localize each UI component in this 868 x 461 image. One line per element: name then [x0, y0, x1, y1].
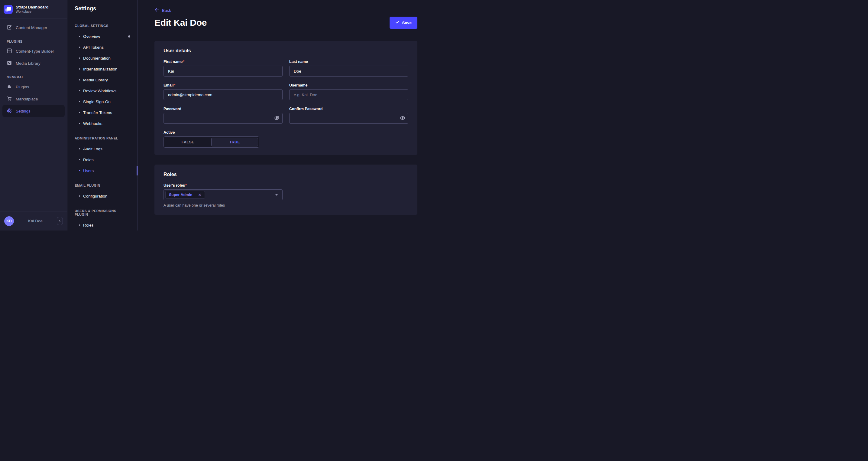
page-header: Edit Kai Doe Save [154, 17, 417, 29]
password-field-group: Password [163, 107, 283, 124]
sidebar-item-media-library[interactable]: Media Library [2, 57, 65, 69]
workspace-name: Workplace [16, 10, 49, 14]
active-toggle-true[interactable]: TRUE [211, 138, 258, 146]
sidebar-item-content-manager[interactable]: Content Manager [2, 22, 65, 34]
active-toggle: FALSE TRUE [163, 137, 259, 148]
sidebar-item-settings[interactable]: Settings [2, 105, 65, 117]
subnav-item-label: Overview [83, 34, 100, 39]
subnav-item-configuration[interactable]: Configuration [67, 191, 137, 201]
sidebar-section-general: GENERAL [2, 75, 65, 79]
confirm-password-input[interactable] [289, 113, 408, 124]
subnav-item-admin-roles[interactable]: Roles [67, 154, 137, 165]
active-label: Active [163, 131, 283, 135]
subnav-item-transfer-tokens[interactable]: Transfer Tokens [67, 107, 137, 118]
toggle-confirm-password-visibility-button[interactable] [398, 114, 407, 123]
bullet-icon [79, 195, 80, 197]
subnav-item-label: Webhooks [83, 121, 102, 126]
subnav-item-label: Users [83, 169, 94, 173]
save-label: Save [402, 21, 412, 25]
bullet-icon [79, 68, 80, 69]
layout-grid-icon [7, 48, 12, 54]
page-title: Edit Kai Doe [154, 18, 207, 28]
gear-icon [7, 108, 12, 114]
save-button[interactable]: Save [390, 17, 417, 29]
subnav-item-review-workflows[interactable]: Review Workflows [67, 85, 137, 96]
subnav-item-media-library[interactable]: Media Library [67, 75, 137, 85]
subnav-divider [75, 16, 82, 16]
sidebar-item-label: Plugins [16, 85, 29, 89]
remove-role-button[interactable]: ✕ [198, 193, 201, 197]
required-asterisk: * [185, 183, 187, 188]
workspace-info: Strapi Dashboard Workplace [16, 5, 49, 14]
sidebar-section-plugins: PLUGINS [2, 40, 65, 43]
password-input[interactable] [163, 113, 283, 124]
sidebar-item-label: Settings [16, 109, 31, 113]
subnav-item-label: Media Library [83, 78, 108, 82]
sidebar-item-marketplace[interactable]: Marketplace [2, 93, 65, 105]
roles-hint: A user can have one or several roles [163, 203, 408, 207]
main-nav-list: Content Manager PLUGINS Content-Type Bui… [0, 19, 67, 117]
role-tag: Super Admin ✕ [165, 191, 205, 199]
user-avatar: KD [4, 216, 14, 226]
subnav-item-label: API Tokens [83, 45, 104, 50]
active-field-group: Active FALSE TRUE [163, 131, 283, 148]
shopping-cart-icon [7, 96, 12, 102]
subnav-item-audit-logs[interactable]: Audit Logs [67, 143, 137, 154]
password-label: Password [163, 107, 283, 111]
subnav-item-documentation[interactable]: Documentation [67, 53, 137, 63]
confirm-password-field-group: Confirm Password [289, 107, 408, 124]
subnav-section-email-plugin: EMAIL PLUGIN [67, 183, 137, 187]
picture-icon [7, 60, 12, 66]
first-name-input[interactable] [163, 66, 283, 77]
subnav-item-label: Transfer Tokens [83, 110, 112, 115]
subnav-item-label: Audit Logs [83, 147, 102, 151]
subnav-item-label: Internationalization [83, 67, 117, 71]
subnav-item-label: Documentation [83, 56, 111, 60]
first-name-field-group: First name* [163, 60, 283, 77]
email-input[interactable] [163, 89, 283, 100]
back-link[interactable]: Back [154, 7, 171, 13]
bullet-icon [79, 123, 80, 124]
app-title: Strapi Dashboard [16, 5, 49, 10]
bullet-icon [79, 57, 80, 59]
subnav-section-global-settings: GLOBAL SETTINGS [67, 24, 137, 28]
user-details-heading: User details [163, 48, 408, 54]
subnav-item-api-tokens[interactable]: API Tokens [67, 42, 137, 53]
sidebar-item-plugins[interactable]: Plugins [2, 81, 65, 93]
arrow-left-icon [154, 7, 160, 13]
user-name: Kai Doe [16, 219, 55, 223]
chevron-left-icon [58, 219, 61, 223]
bullet-icon [79, 101, 80, 102]
roles-card: Roles User's roles* Super Admin ✕ A user… [154, 165, 417, 215]
subnav-item-up-roles[interactable]: Roles [67, 220, 137, 231]
username-input[interactable] [289, 89, 408, 100]
puzzle-piece-icon [7, 84, 12, 90]
settings-subnav: Settings GLOBAL SETTINGS Overview API To… [67, 0, 138, 231]
subnav-item-users[interactable]: Users [67, 165, 137, 176]
username-field-group: Username [289, 83, 408, 100]
workspace-header[interactable]: Strapi Dashboard Workplace [0, 0, 67, 19]
active-toggle-false[interactable]: FALSE [165, 138, 211, 146]
subnav-item-overview[interactable]: Overview [67, 31, 137, 42]
strapi-logo-icon [4, 5, 13, 14]
subnav-item-webhooks[interactable]: Webhooks [67, 118, 137, 129]
last-name-input[interactable] [289, 66, 408, 77]
toggle-password-visibility-button[interactable] [272, 114, 282, 123]
user-details-form: First name* Last name Email* Username Pa [163, 60, 408, 148]
sidebar-item-label: Content-Type Builder [16, 49, 54, 54]
subnav-section-administration-panel: ADMINISTRATION PANEL [67, 137, 137, 140]
sidebar-item-label: Media Library [16, 61, 40, 66]
app-window: Strapi Dashboard Workplace Content Manag… [0, 0, 434, 231]
subnav-section-users-permissions-plugin: USERS & PERMISSIONS PLUGIN [67, 209, 137, 216]
sidebar-item-content-type-builder[interactable]: Content-Type Builder [2, 45, 65, 57]
user-roles-select[interactable]: Super Admin ✕ [163, 190, 283, 200]
required-asterisk: * [183, 60, 184, 64]
subnav-item-internationalization[interactable]: Internationalization [67, 63, 137, 75]
last-name-field-group: Last name [289, 60, 408, 77]
subnav-item-single-sign-on[interactable]: Single Sign-On [67, 96, 137, 107]
collapse-sidebar-button[interactable] [57, 217, 63, 225]
eye-off-icon [274, 115, 280, 122]
role-tag-label: Super Admin [169, 193, 192, 197]
bullet-icon [79, 47, 80, 48]
subnav-item-label: Roles [83, 223, 94, 228]
